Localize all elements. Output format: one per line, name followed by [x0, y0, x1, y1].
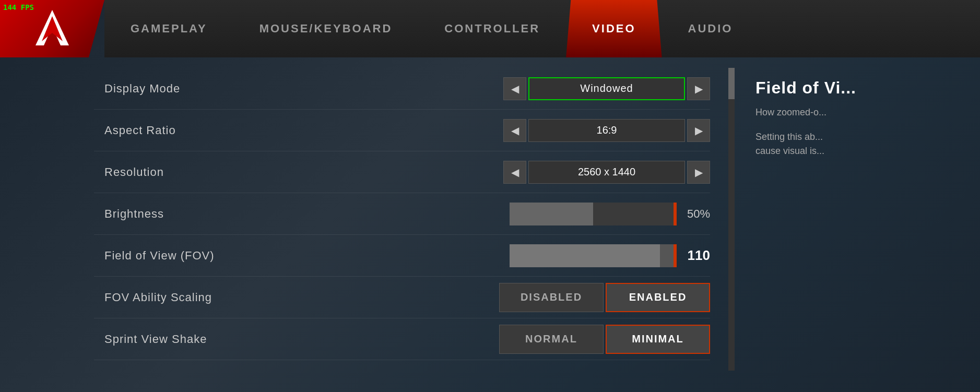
display-mode-control: ◀ Windowed ▶ [459, 77, 710, 100]
resolution-next-button[interactable]: ▶ [687, 161, 710, 184]
fov-scaling-enabled-button[interactable]: Enabled [606, 283, 710, 312]
settings-panel: Display Mode ◀ Windowed ▶ Aspect Ratio ◀… [94, 68, 710, 360]
fov-slider-fill [510, 244, 660, 267]
brightness-slider[interactable] [510, 203, 677, 225]
fov-slider[interactable] [510, 244, 677, 267]
right-panel-desc-3: Setting this ab... [755, 130, 964, 144]
tab-video[interactable]: VIDEO [566, 0, 662, 57]
fov-scaling-toggle-group: Disabled Enabled [499, 283, 710, 312]
fov-scaling-label: FOV Ability Scaling [94, 291, 459, 304]
right-panel-desc-4: cause visual is... [755, 144, 964, 158]
display-mode-prev-button[interactable]: ◀ [503, 77, 526, 100]
sprint-view-shake-toggle-group: Normal Minimal [499, 325, 710, 354]
aspect-ratio-label: Aspect Ratio [94, 124, 459, 137]
nav-tabs: GAMEPLAY MOUSE/KEYBOARD CONTROLLER VIDEO… [104, 0, 980, 57]
fps-counter: 144 FPS [3, 3, 34, 11]
resolution-label: Resolution [94, 165, 459, 179]
display-mode-next-button[interactable]: ▶ [687, 77, 710, 100]
setting-row-display-mode: Display Mode ◀ Windowed ▶ [94, 68, 710, 110]
resolution-value-container: 2560 x 1440 [528, 161, 685, 184]
resolution-value: 2560 x 1440 [528, 161, 685, 184]
right-panel-desc-1: How zoomed-o... [755, 105, 964, 120]
brightness-control: 50% [459, 203, 710, 225]
right-info-panel: Field of Vi... How zoomed-o... Setting t… [740, 68, 980, 169]
aspect-ratio-next-button[interactable]: ▶ [687, 119, 710, 142]
right-panel-title: Field of Vi... [755, 78, 964, 98]
apex-logo-icon [31, 8, 73, 50]
setting-row-fov: Field of View (FOV) 110 [94, 235, 710, 277]
tab-audio[interactable]: AUDIO [662, 0, 759, 57]
sprint-view-shake-control: Normal Minimal [459, 325, 710, 354]
setting-row-brightness: Brightness 50% [94, 193, 710, 235]
setting-row-resolution: Resolution ◀ 2560 x 1440 ▶ [94, 151, 710, 193]
resolution-prev-button[interactable]: ◀ [503, 161, 526, 184]
resolution-control: ◀ 2560 x 1440 ▶ [459, 161, 710, 184]
display-mode-value: Windowed [528, 77, 685, 100]
tab-gameplay[interactable]: GAMEPLAY [104, 0, 233, 57]
aspect-ratio-value-container: 16:9 [528, 119, 685, 142]
setting-row-fov-scaling: FOV Ability Scaling Disabled Enabled [94, 277, 710, 318]
brightness-slider-thumb [674, 203, 677, 225]
aspect-ratio-prev-button[interactable]: ◀ [503, 119, 526, 142]
fov-control: 110 [459, 244, 710, 267]
fov-scaling-disabled-button[interactable]: Disabled [499, 283, 604, 312]
display-mode-label: Display Mode [94, 82, 459, 96]
brightness-label: Brightness [94, 207, 459, 221]
fov-scaling-control: Disabled Enabled [459, 283, 710, 312]
setting-row-sprint-view-shake: Sprint View Shake Normal Minimal [94, 318, 710, 360]
brightness-slider-fill [510, 203, 593, 225]
sprint-view-shake-label: Sprint View Shake [94, 332, 459, 346]
tab-mouse-keyboard[interactable]: MOUSE/KEYBOARD [233, 0, 419, 57]
fov-slider-thumb [674, 244, 677, 267]
setting-row-aspect-ratio: Aspect Ratio ◀ 16:9 ▶ [94, 110, 710, 151]
aspect-ratio-value: 16:9 [528, 119, 685, 142]
sprint-view-shake-normal-button[interactable]: Normal [499, 325, 604, 354]
sprint-view-shake-minimal-button[interactable]: Minimal [606, 325, 710, 354]
tab-controller[interactable]: CONTROLLER [418, 0, 566, 57]
fov-label: Field of View (FOV) [94, 249, 459, 263]
brightness-value: 50% [679, 207, 710, 221]
nav-bar: GAMEPLAY MOUSE/KEYBOARD CONTROLLER VIDEO… [0, 0, 980, 57]
fov-value: 110 [679, 247, 710, 264]
scrollbar-track [728, 68, 735, 371]
aspect-ratio-control: ◀ 16:9 ▶ [459, 119, 710, 142]
scrollbar-thumb[interactable] [728, 68, 735, 99]
